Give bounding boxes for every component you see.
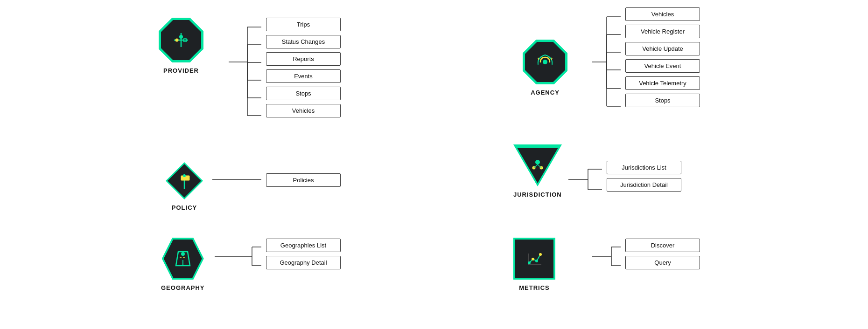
geography-item-list[interactable]: Geographies List [266, 239, 341, 252]
metrics-icon-wrap: METRICS [513, 238, 555, 291]
agency-item-vehicle-register[interactable]: Vehicle Register [625, 25, 700, 38]
agency-item-stops[interactable]: Stops [625, 94, 700, 107]
provider-connectors [229, 27, 261, 116]
policy-icon-svg [173, 169, 196, 192]
jurisdiction-icon-svg [527, 155, 548, 175]
svg-point-51 [535, 160, 540, 164]
metrics-items: Discover Query [621, 239, 700, 269]
metrics-icon [513, 238, 555, 280]
geography-icon-wrap: GEOGRAPHY [161, 238, 205, 291]
provider-icon [159, 18, 203, 62]
svg-point-65 [535, 260, 538, 262]
provider-items: Trips Status Changes Reports Events Stop… [261, 18, 341, 117]
metrics-icon-svg [523, 247, 546, 270]
connectors [0, 0, 868, 329]
svg-rect-60 [526, 251, 542, 267]
provider-item-events[interactable]: Events [266, 69, 341, 83]
provider-icon-wrap: PROVIDER [159, 18, 203, 74]
jurisdiction-connectors [568, 169, 602, 190]
svg-point-66 [539, 253, 542, 256]
jurisdiction-icon-wrap: JURISDICTION [513, 144, 562, 198]
svg-point-47 [543, 60, 547, 64]
jurisdiction-item-detail[interactable]: Jurisdiction Detail [607, 178, 681, 192]
svg-point-58 [181, 252, 185, 256]
jurisdiction-item-list[interactable]: Jurisdictions List [607, 161, 681, 174]
svg-point-44 [179, 35, 183, 39]
agency-items: Vehicles Vehicle Register Vehicle Update… [621, 7, 700, 107]
agency-section: AGENCY [523, 40, 567, 96]
svg-point-64 [532, 258, 534, 260]
provider-item-reports[interactable]: Reports [266, 52, 341, 66]
agency-item-vehicle-update[interactable]: Vehicle Update [625, 42, 700, 55]
policy-items: Policies [261, 173, 341, 187]
agency-item-vehicles[interactable]: Vehicles [625, 7, 700, 21]
geography-item-detail[interactable]: Geography Detail [266, 256, 341, 269]
provider-item-trips[interactable]: Trips [266, 18, 341, 31]
provider-icon-svg [169, 28, 193, 52]
provider-section: PROVIDER [159, 18, 203, 74]
svg-line-54 [534, 164, 538, 168]
metrics-item-query[interactable]: Query [625, 256, 700, 269]
geography-label: GEOGRAPHY [161, 284, 205, 291]
jurisdiction-label: JURISDICTION [513, 191, 562, 198]
agency-item-vehicle-telemetry[interactable]: Vehicle Telemetry [625, 76, 700, 90]
agency-icon [523, 40, 567, 84]
geography-icon [162, 238, 204, 280]
metrics-section: METRICS [513, 238, 555, 291]
jurisdiction-section: JURISDICTION [513, 144, 562, 198]
agency-icon-svg [533, 50, 557, 74]
jurisdiction-items: Jurisdictions List Jurisdiction Detail [602, 161, 681, 192]
geography-icon-svg [171, 247, 195, 270]
jurisdiction-icon [514, 144, 561, 186]
agency-item-vehicle-event[interactable]: Vehicle Event [625, 59, 700, 73]
metrics-connectors [592, 247, 621, 266]
geography-connectors [215, 247, 261, 266]
policy-item-policies[interactable]: Policies [266, 173, 341, 187]
provider-item-status-changes[interactable]: Status Changes [266, 35, 341, 48]
diagram: PROVIDER Trips Status Changes Reports Ev… [0, 0, 868, 329]
geography-items: Geographies List Geography Detail [261, 239, 341, 269]
provider-item-stops[interactable]: Stops [266, 87, 341, 100]
svg-point-45 [175, 39, 179, 42]
agency-connectors [592, 17, 621, 106]
policy-icon [166, 162, 203, 199]
provider-label: PROVIDER [163, 67, 199, 74]
svg-point-50 [183, 174, 186, 177]
policy-section: POLICY [166, 162, 203, 211]
agency-icon-wrap: AGENCY [523, 40, 567, 96]
svg-point-63 [528, 261, 531, 264]
metrics-item-discover[interactable]: Discover [625, 239, 700, 252]
policy-label: POLICY [172, 204, 197, 211]
policy-icon-wrap: POLICY [166, 162, 203, 211]
provider-item-vehicles[interactable]: Vehicles [266, 104, 341, 117]
agency-label: AGENCY [531, 89, 560, 96]
svg-line-55 [538, 164, 541, 168]
geography-section: GEOGRAPHY [161, 238, 205, 291]
metrics-label: METRICS [519, 284, 550, 291]
